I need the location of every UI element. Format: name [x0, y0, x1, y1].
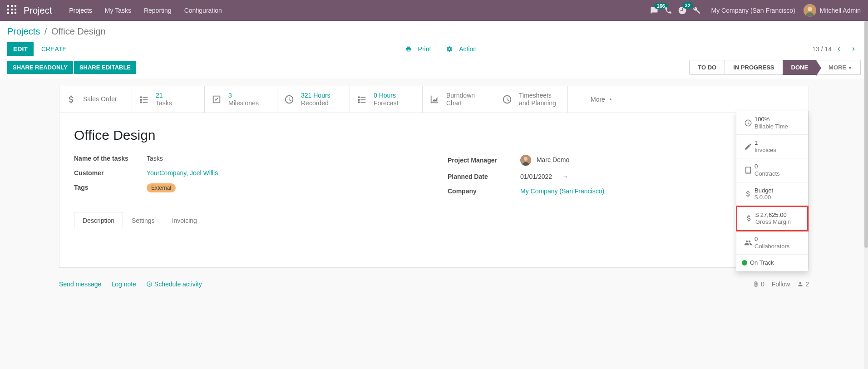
- customer-link[interactable]: YourCompany, Joel Willis: [147, 169, 218, 177]
- pager: 13 / 14: [812, 44, 861, 54]
- avatar[interactable]: [804, 4, 816, 17]
- manager-name: Marc Demo: [537, 156, 569, 163]
- project-title: Office Design: [74, 128, 794, 143]
- svg-point-10: [808, 7, 812, 11]
- followers-count[interactable]: 2: [797, 280, 809, 288]
- app-brand[interactable]: Project: [24, 5, 52, 16]
- follow-button[interactable]: Follow: [772, 280, 790, 288]
- main-navbar: Project Projects My Tasks Reporting Conf…: [0, 0, 868, 21]
- nav-reporting[interactable]: Reporting: [144, 7, 172, 14]
- stat-hours-forecast[interactable]: 0 HoursForecast: [350, 86, 423, 113]
- avatar: [520, 155, 531, 166]
- print-button[interactable]: Print: [405, 45, 438, 53]
- svg-rect-4: [11, 9, 13, 10]
- nav-configuration[interactable]: Configuration: [184, 7, 222, 14]
- breadcrumb-root[interactable]: Projects: [7, 26, 40, 36]
- debug-icon[interactable]: [692, 6, 700, 15]
- dd-collaborators[interactable]: 0Collaborators: [736, 231, 808, 255]
- nav-mytasks[interactable]: My Tasks: [105, 7, 131, 14]
- log-note-link[interactable]: Log note: [111, 280, 136, 288]
- chatter: Send message Log note Schedule activity …: [59, 275, 809, 293]
- dd-gross-margin[interactable]: $ 27,625.00Gross Margin: [736, 206, 809, 231]
- create-button[interactable]: CREATE: [35, 42, 73, 56]
- tab-description[interactable]: Description: [74, 212, 123, 229]
- stat-hours-recorded[interactable]: 321 HoursRecorded: [277, 86, 350, 113]
- stage-in-progress[interactable]: IN PROGRESS: [725, 60, 783, 75]
- label-customer: Customer: [74, 169, 147, 177]
- stage-bar: TO DO IN PROGRESS DONE MORE▼: [690, 60, 861, 75]
- label-planned-date: Planned Date: [448, 173, 520, 180]
- action-button[interactable]: Action: [446, 45, 481, 53]
- dd-budget[interactable]: Budget$ 0.00: [736, 182, 808, 206]
- clock-icon: [742, 119, 755, 127]
- pager-prev-icon[interactable]: [833, 44, 844, 54]
- users-icon: [742, 239, 755, 247]
- stat-burndown[interactable]: BurndownChart: [423, 86, 495, 113]
- stage-done[interactable]: DONE: [783, 60, 817, 75]
- phone-icon[interactable]: [664, 6, 672, 15]
- clock-icon: [500, 94, 514, 104]
- apps-icon[interactable]: [7, 5, 18, 16]
- dd-billable-time[interactable]: 100%Billable Time: [736, 111, 808, 135]
- svg-rect-6: [7, 12, 9, 14]
- check-square-icon: [209, 94, 224, 104]
- stage-todo[interactable]: TO DO: [689, 60, 725, 75]
- control-panel: Projects / Office Design EDIT CREATE Pri…: [0, 21, 868, 56]
- dollar-icon: [742, 190, 755, 198]
- dd-on-track[interactable]: On Track: [736, 255, 808, 271]
- pager-next-icon[interactable]: [848, 44, 859, 54]
- messaging-icon[interactable]: 166: [650, 6, 659, 15]
- share-editable-button[interactable]: SHARE EDITABLE: [74, 61, 136, 74]
- tasks-icon: [137, 94, 151, 104]
- svg-rect-3: [7, 9, 9, 10]
- tab-invoicing[interactable]: Invoicing: [163, 212, 206, 229]
- scrollbar[interactable]: [864, 21, 868, 293]
- stage-more[interactable]: MORE▼: [816, 60, 861, 75]
- share-readonly-button[interactable]: SHARE READONLY: [7, 61, 73, 74]
- stat-buttons-row: Sales Order 21Tasks 3Milestones 321 Hour…: [59, 86, 809, 113]
- send-message-link[interactable]: Send message: [59, 280, 101, 288]
- stat-tasks[interactable]: 21Tasks: [132, 86, 205, 113]
- schedule-activity-link[interactable]: Schedule activity: [146, 280, 202, 288]
- more-dropdown: 100%Billable Time 1Invoices 0Contracts B…: [736, 111, 809, 271]
- arrow-right-icon: →: [562, 173, 568, 180]
- user-menu[interactable]: Mitchell Admin: [820, 7, 861, 14]
- company-selector[interactable]: My Company (San Francisco): [711, 7, 795, 14]
- list-icon: [355, 94, 369, 104]
- pager-text[interactable]: 13 / 14: [812, 45, 832, 53]
- clock-icon: [282, 94, 296, 104]
- label-tags: Tags: [74, 184, 147, 191]
- dd-invoices[interactable]: 1Invoices: [736, 135, 808, 158]
- nav-projects[interactable]: Projects: [69, 7, 92, 14]
- form-sheet: Sales Order 21Tasks 3Milestones 321 Hour…: [59, 86, 809, 268]
- chart-area-icon: [427, 94, 442, 104]
- dd-contracts[interactable]: 0Contracts: [736, 158, 808, 182]
- dollar-icon: [64, 94, 79, 104]
- label-manager: Project Manager: [448, 157, 520, 164]
- stat-more[interactable]: More▲ 100%Billable Time 1Invoices 0Contr…: [568, 86, 809, 113]
- dollar-icon: [743, 214, 755, 222]
- pencil-square-icon: [742, 143, 755, 151]
- tabs: Description Settings Invoicing: [74, 212, 794, 229]
- planned-date-value: 01/01/2022: [520, 173, 552, 180]
- activities-icon[interactable]: 32: [678, 6, 687, 15]
- status-circle-icon: [742, 260, 747, 266]
- company-link[interactable]: My Company (San Francisco): [520, 187, 604, 195]
- edit-button[interactable]: EDIT: [7, 42, 34, 56]
- breadcrumb: Projects / Office Design: [7, 26, 861, 37]
- svg-rect-1: [11, 5, 13, 7]
- stat-milestones[interactable]: 3Milestones: [205, 86, 277, 113]
- breadcrumb-current: Office Design: [51, 26, 106, 36]
- book-icon: [742, 166, 755, 174]
- value-task-name: Tasks: [147, 155, 420, 162]
- svg-point-12: [524, 157, 528, 161]
- svg-rect-7: [11, 12, 13, 14]
- stat-sales-order[interactable]: Sales Order: [59, 86, 132, 113]
- tab-settings[interactable]: Settings: [123, 212, 163, 229]
- label-task-name: Name of the tasks: [74, 155, 147, 162]
- attachments-count[interactable]: 0: [753, 280, 764, 288]
- svg-rect-5: [15, 9, 16, 10]
- tag-chip[interactable]: External: [147, 183, 176, 192]
- stat-timesheets[interactable]: Timesheetsand Planning: [495, 86, 568, 113]
- status-row: SHARE READONLY SHARE EDITABLE TO DO IN P…: [0, 56, 868, 79]
